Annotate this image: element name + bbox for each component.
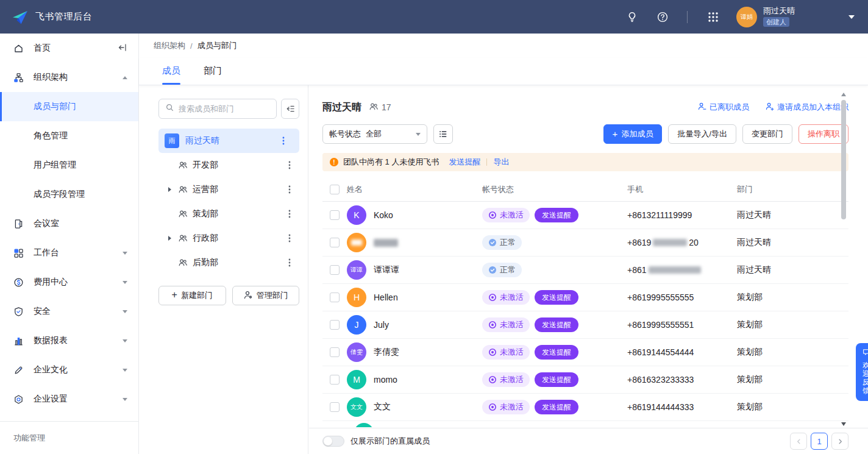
- expand-caret-icon[interactable]: [168, 236, 171, 241]
- more-actions-icon[interactable]: [288, 209, 299, 219]
- help-icon[interactable]: [652, 6, 674, 28]
- org-icon: [13, 73, 24, 83]
- member-row: 倩雯李倩雯未激活发送提醒+8619144554444策划部: [322, 339, 848, 366]
- user-info[interactable]: 雨过天晴 创建人: [763, 7, 795, 27]
- manage-department-button[interactable]: 管理部门: [232, 286, 300, 305]
- more-actions-icon[interactable]: [288, 185, 299, 194]
- sidebar-item-首页[interactable]: 首页: [0, 34, 138, 63]
- send-reminder-button[interactable]: 发送提醒: [535, 372, 578, 387]
- create-department-button[interactable]: + 新建部门: [158, 286, 226, 305]
- more-actions-icon[interactable]: [288, 233, 299, 243]
- sidebar-item-用户组管理[interactable]: 用户组管理: [0, 151, 138, 180]
- send-reminder-button[interactable]: 发送提醒: [535, 400, 578, 414]
- sidebar-item-成员与部门[interactable]: 成员与部门: [0, 92, 138, 121]
- prev-page-button[interactable]: [790, 433, 807, 450]
- select-all-checkbox[interactable]: [330, 185, 340, 194]
- sidebar-item-企业设置[interactable]: 企业设置: [0, 385, 138, 414]
- member-row: Mmomo未激活发送提醒+8616323233333策划部: [322, 366, 848, 394]
- sidebar-item-组织架构[interactable]: 组织架构: [0, 63, 138, 92]
- next-page-button[interactable]: [831, 433, 848, 450]
- row-checkbox[interactable]: [330, 238, 340, 247]
- direct-members-toggle[interactable]: [322, 436, 344, 447]
- sidebar-collapse-icon[interactable]: [118, 43, 127, 54]
- sidebar-item-成员字段管理[interactable]: 成员字段管理: [0, 180, 138, 209]
- people-icon: [369, 102, 379, 113]
- status-badge: 未激活: [482, 345, 530, 360]
- scrollbar-thumb[interactable]: [841, 100, 846, 219]
- member-row: 谭谭谭谭谭正常+861雨过天晴: [322, 257, 848, 284]
- sidebar-item-工作台[interactable]: 工作台: [0, 238, 138, 268]
- export-link[interactable]: 导出: [493, 157, 509, 168]
- tree-node-root[interactable]: 雨雨过天晴: [158, 129, 299, 153]
- security-icon: [13, 307, 24, 317]
- row-checkbox[interactable]: [330, 402, 340, 412]
- app-grid-icon[interactable]: [702, 6, 724, 28]
- department-icon: [178, 209, 188, 219]
- sidebar-item-企业文化[interactable]: 企业文化: [0, 355, 138, 385]
- lightbulb-icon[interactable]: [621, 6, 643, 28]
- user-menu-caret-icon[interactable]: [848, 15, 855, 19]
- member-department: 雨过天晴: [737, 237, 848, 248]
- sidebar-item-feature-management[interactable]: 功能管理: [0, 421, 138, 454]
- add-member-label: 添加成员: [621, 129, 653, 140]
- tree-node-后勤部[interactable]: 后勤部: [158, 250, 299, 275]
- user-avatar[interactable]: 谭娟: [736, 7, 757, 27]
- collapse-panel-icon[interactable]: [281, 99, 299, 119]
- resigned-members-link[interactable]: 已离职成员: [697, 102, 749, 113]
- sidebar-item-费用中心[interactable]: 费用中心: [0, 268, 138, 297]
- alert-text: 团队中尚有 1 人未使用飞书: [343, 157, 439, 168]
- culture-icon: [13, 365, 24, 375]
- more-actions-icon[interactable]: [282, 136, 293, 146]
- tree-node-运营部[interactable]: 运营部: [158, 177, 299, 202]
- tree-node-开发部[interactable]: 开发部: [158, 153, 299, 177]
- row-checkbox[interactable]: [330, 375, 340, 385]
- member-table-body: KKoko未激活发送提醒+8613211119999雨过天晴正常+861920雨…: [322, 202, 848, 421]
- scroll-up-icon[interactable]: [841, 93, 846, 96]
- breadcrumb-page: 成员与部门: [197, 40, 237, 51]
- tab-departments[interactable]: 部门: [204, 57, 222, 85]
- row-checkbox[interactable]: [330, 320, 340, 330]
- scroll-down-icon[interactable]: [841, 422, 846, 426]
- expand-caret-icon[interactable]: [168, 187, 171, 192]
- more-actions-icon[interactable]: [288, 258, 299, 268]
- more-actions-icon[interactable]: [288, 160, 299, 170]
- send-reminder-button[interactable]: 发送提醒: [535, 345, 578, 360]
- member-department: 策划部: [737, 347, 848, 358]
- change-department-button[interactable]: 变更部门: [742, 124, 792, 144]
- breadcrumb-section[interactable]: 组织架构: [154, 40, 185, 51]
- send-reminder-link[interactable]: 发送提醒: [449, 157, 480, 168]
- department-title: 雨过天晴: [322, 101, 361, 114]
- batch-import-export-button[interactable]: 批量导入/导出: [668, 124, 736, 144]
- row-checkbox[interactable]: [330, 347, 340, 357]
- filter-value: 全部: [366, 129, 382, 140]
- member-count-value: 17: [382, 102, 391, 112]
- sidebar-item-label: 企业设置: [34, 394, 68, 405]
- invite-members-link[interactable]: 邀请成员加入本组织: [765, 102, 848, 113]
- add-member-button[interactable]: + 添加成员: [603, 124, 663, 144]
- member-name-blurred: [374, 239, 398, 247]
- table-header: 姓名 帐号状态 手机 部门: [322, 177, 848, 202]
- sidebar-item-数据报表[interactable]: 数据报表: [0, 326, 138, 355]
- person-gear-icon: [243, 290, 253, 302]
- sidebar-item-安全[interactable]: 安全: [0, 297, 138, 326]
- sidebar-item-角色管理[interactable]: 角色管理: [0, 121, 138, 151]
- sidebar-item-会议室[interactable]: 会议室: [0, 209, 138, 238]
- member-avatar: 文文: [347, 397, 366, 417]
- topbar: 飞书管理后台 谭娟 雨过天晴 创建人: [0, 0, 868, 34]
- search-input[interactable]: [179, 104, 270, 113]
- column-settings-icon[interactable]: [433, 124, 453, 144]
- row-checkbox[interactable]: [330, 293, 340, 302]
- status-badge: 未激活: [482, 400, 530, 414]
- tab-members[interactable]: 成员: [162, 57, 180, 85]
- send-reminder-button[interactable]: 发送提醒: [535, 208, 578, 222]
- tree-node-策划部[interactable]: 策划部: [158, 202, 299, 226]
- page-number-button[interactable]: 1: [811, 433, 828, 450]
- send-reminder-button[interactable]: 发送提醒: [535, 317, 578, 332]
- app-title: 飞书管理后台: [35, 11, 92, 23]
- row-checkbox[interactable]: [330, 265, 340, 275]
- send-reminder-button[interactable]: 发送提醒: [535, 290, 578, 305]
- feedback-tab[interactable]: 欢迎反馈: [856, 343, 868, 401]
- tree-node-行政部[interactable]: 行政部: [158, 226, 299, 250]
- account-status-filter[interactable]: 帐号状态 全部: [322, 124, 427, 144]
- row-checkbox[interactable]: [330, 210, 340, 220]
